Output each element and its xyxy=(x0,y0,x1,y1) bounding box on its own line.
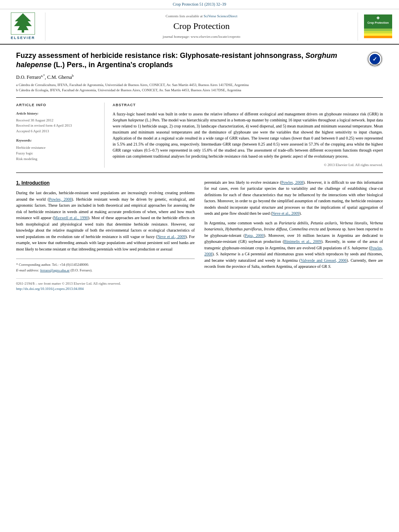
body-section: 1. Introduction During the last decades,… xyxy=(16,179,383,273)
journal-header: ELSEVIER Contents lists available at Sci… xyxy=(0,9,399,45)
svg-text:✓: ✓ xyxy=(372,56,377,62)
main-content: Fuzzy assessment of herbicide resistance… xyxy=(0,45,399,298)
right-paragraph-2: In Argentina, some common weeds such as … xyxy=(204,220,383,270)
author-ghersa-sup: b xyxy=(72,74,74,78)
ref-neve-2009-2[interactable]: Neve et al., 2009 xyxy=(272,211,299,216)
species-verbena1: Verbena litoralis xyxy=(339,221,367,225)
ref-powles-2008-1[interactable]: Powles, 2008 xyxy=(49,197,72,201)
elsevier-logo-area: ELSEVIER xyxy=(5,12,41,41)
ref-powles-2008-2[interactable]: Powles, 2008 xyxy=(281,180,303,185)
author-ghersa: C.M. Ghersa xyxy=(47,74,72,80)
sciverse-link[interactable]: SciVerse ScienceDirect xyxy=(204,14,237,18)
elsevier-wordmark: ELSEVIER xyxy=(11,35,35,41)
right-paragraph-1: perennials are less likely to evolve res… xyxy=(204,179,383,217)
badge-title-text: Crop Protection xyxy=(368,21,389,24)
authors-line: D.O. Ferraroa,*, C.M. Ghersab xyxy=(16,74,383,81)
email-link[interactable]: ferraro@agro.uba.ar xyxy=(40,268,70,272)
species-commelina: Commelina erecta xyxy=(289,227,319,231)
ref-binimelis-2009[interactable]: Binimelis et al., 2009 xyxy=(284,239,321,244)
keyword-fuzzy: Fuzzy logic xyxy=(16,150,98,156)
intro-section-heading: 1. Introduction xyxy=(16,179,195,187)
abstract-column: ABSTRACT A fuzzy-logic based model was b… xyxy=(113,103,383,167)
keyword-herbicide: Herbicide resistance xyxy=(16,145,98,150)
body-two-columns: 1. Introduction During the last decades,… xyxy=(16,179,383,273)
ref-papa-2000[interactable]: Papa, 2000 xyxy=(245,233,264,238)
affiliation-b: b Cátedra de Ecología, IFEVA, Facultad d… xyxy=(16,88,383,93)
article-info-abstract: ARTICLE INFO Article history: Received 3… xyxy=(16,97,383,173)
footnote-email: E-mail address: ferraro@agro.uba.ar (D.O… xyxy=(16,268,195,273)
author-ferraro-sup: a,* xyxy=(41,74,45,78)
elsevier-tree-icon xyxy=(11,12,35,35)
article-title: Fuzzy assessment of herbicide resistance… xyxy=(16,51,363,70)
journal-citation: Crop Protection 51 (2013) 32–39 xyxy=(173,2,226,6)
article-history-label: Article history: xyxy=(16,111,98,116)
keywords-label: Keywords: xyxy=(16,138,98,143)
badge-label: ✤ Crop Protection xyxy=(364,14,392,26)
affiliation-a: a Cátedra de Cerealicultura, IFEVA, Facu… xyxy=(16,82,383,88)
elsevier-logo: ELSEVIER xyxy=(11,12,35,41)
footnote-corresponding: * Corresponding author. Tel.: +54 (0)114… xyxy=(16,262,195,268)
crossmark-icon: ✓ CrossMark xyxy=(368,52,382,66)
article-title-text: Fuzzy assessment of herbicide resistance… xyxy=(16,51,337,69)
ref-maxwell-1990[interactable]: Maxwell et al., 1990 xyxy=(54,216,88,220)
intro-paragraph-1: During the last decades, herbicide-resis… xyxy=(16,190,195,252)
contents-text: Contents lists available at xyxy=(166,14,204,18)
species-ipomoea: Ipomoea xyxy=(327,227,341,231)
species-parietaria: Parietaria debilis xyxy=(279,221,308,225)
ref-valverde-2006[interactable]: Valverde and Gressel, 2006 xyxy=(300,258,346,263)
abstract-label: ABSTRACT xyxy=(113,103,383,108)
accepted-date: Accepted 6 April 2013 xyxy=(16,129,98,134)
received-revised-date: Received in revised form 4 April 2013 xyxy=(16,123,98,129)
species-hybanthus: Hybanthus parviflorus xyxy=(225,227,262,231)
received-date: Received 30 August 2012 xyxy=(16,118,98,123)
footer-issn: 0261-2194/$ – see front matter © 2013 El… xyxy=(16,281,383,286)
svg-text:CrossMark: CrossMark xyxy=(370,63,380,66)
affiliations: a Cátedra de Cerealicultura, IFEVA, Facu… xyxy=(16,82,383,92)
journal-title-area: Contents lists available at SciVerse Sci… xyxy=(45,12,358,41)
journal-badge-area: ✤ Crop Protection xyxy=(362,12,394,41)
species-iresine: Iresine diffusa xyxy=(264,227,287,231)
article-title-section: Fuzzy assessment of herbicide resistance… xyxy=(16,51,383,70)
journal-homepage-url: journal homepage: www.elsevier.com/locat… xyxy=(163,34,241,39)
species-shalepense-2: S. halepense xyxy=(216,252,237,256)
species-petunia: Petunia axilaris xyxy=(311,221,337,225)
abstract-text: A fuzzy-logic based model was built in o… xyxy=(113,111,383,159)
author-ferraro: D.O. Ferraro xyxy=(16,74,41,80)
article-info-label: ARTICLE INFO xyxy=(16,103,98,108)
copyright-line: © 2013 Elsevier Ltd. All rights reserved… xyxy=(113,162,383,168)
footer-doi[interactable]: http://dx.doi.org/10.1016/j.cropro.2013.… xyxy=(16,286,383,292)
footnote-area: * Corresponding author. Tel.: +54 (0)114… xyxy=(16,259,195,273)
sciverse-line: Contents lists available at SciVerse Sci… xyxy=(166,14,238,19)
crop-protection-badge: ✤ Crop Protection xyxy=(364,14,392,38)
body-left-column: 1. Introduction During the last decades,… xyxy=(16,179,195,273)
species-S-abbrev: S. xyxy=(328,264,331,269)
journal-name-title: Crop Protection xyxy=(173,20,230,33)
badge-stripes xyxy=(364,26,392,38)
email-label: E-mail address: xyxy=(16,268,39,272)
species-shalepense-1: S. halepense xyxy=(348,246,368,250)
email-person: (D.O. Ferraro). xyxy=(70,268,92,272)
article-info-column: ARTICLE INFO Article history: Received 3… xyxy=(16,103,105,167)
ref-neve-2009-1[interactable]: Neve et al., 2009 xyxy=(157,234,185,239)
journal-citation-bar: Crop Protection 51 (2013) 32–39 xyxy=(0,0,399,9)
keyword-risk: Risk modeling xyxy=(16,156,98,162)
footer-info: 0261-2194/$ – see front matter © 2013 El… xyxy=(16,278,383,291)
crossmark-badge: ✓ CrossMark xyxy=(367,51,383,67)
svg-marker-1 xyxy=(14,13,32,30)
body-right-column: perennials are less likely to evolve res… xyxy=(204,179,383,273)
